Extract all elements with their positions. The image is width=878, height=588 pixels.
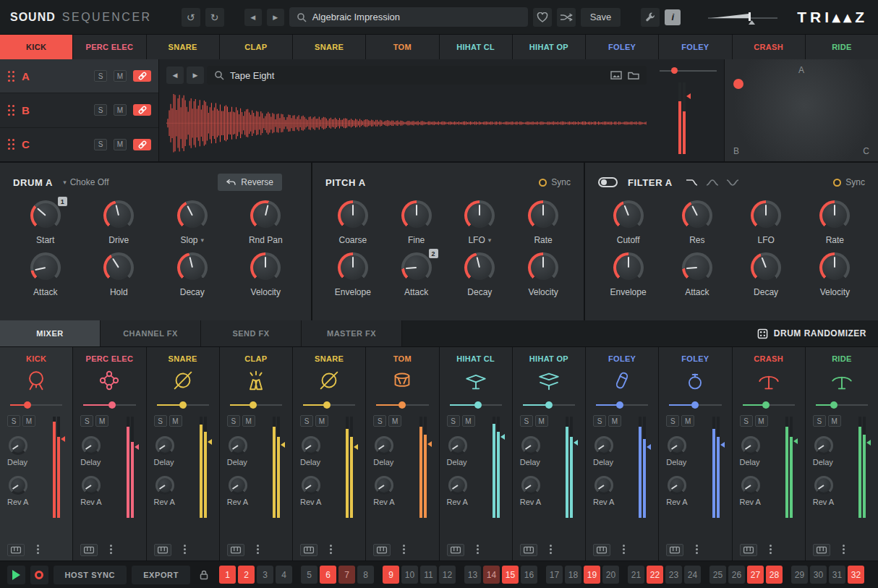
undo-button[interactable]: ↺ — [182, 8, 200, 27]
next-sample-button[interactable]: ▶ — [187, 67, 204, 84]
step-cell[interactable]: 21 — [628, 566, 644, 584]
step-cell[interactable]: 15 — [502, 566, 519, 584]
delay-send-knob[interactable]: Delay — [80, 436, 118, 466]
knob-dial[interactable] — [338, 200, 368, 231]
pad-tab[interactable]: SNARE — [293, 35, 365, 59]
kebab-menu-icon[interactable] — [106, 545, 115, 555]
solo-button[interactable]: S — [740, 415, 753, 427]
slider-handle[interactable] — [616, 401, 623, 409]
slider-handle[interactable] — [398, 401, 406, 409]
solo-button[interactable]: S — [7, 415, 20, 427]
kebab-menu-icon[interactable] — [766, 545, 775, 555]
knob-dial[interactable] — [375, 436, 393, 455]
delay-send-knob[interactable]: Delay — [593, 436, 631, 466]
knob-dial[interactable] — [751, 252, 781, 283]
knob[interactable]: Envelope — [600, 252, 657, 297]
mute-button[interactable]: M — [95, 415, 108, 427]
pad-tab[interactable]: CLAP — [220, 35, 292, 59]
mute-button[interactable]: M — [388, 415, 401, 427]
step-cell[interactable]: 3 — [257, 566, 273, 584]
knob-dial[interactable] — [338, 252, 368, 283]
kebab-menu-icon[interactable] — [180, 545, 189, 555]
knob-dial[interactable] — [528, 252, 558, 283]
delay-send-knob[interactable]: Delay — [740, 436, 777, 466]
delay-send-knob[interactable]: Delay — [447, 436, 485, 466]
channel-volume-slider[interactable] — [157, 401, 209, 409]
sample-preview-icon[interactable] — [610, 71, 622, 80]
knob-dial[interactable] — [464, 200, 495, 231]
step-cell[interactable]: 20 — [602, 566, 619, 584]
solo-button[interactable]: S — [94, 70, 107, 82]
knob-dial[interactable] — [177, 252, 208, 283]
pad-tab[interactable]: PERC ELEC — [73, 35, 145, 59]
link-button[interactable] — [133, 104, 151, 116]
drum-randomizer-button[interactable]: DRUM RANDOMIZER — [757, 320, 878, 346]
knob-dial[interactable] — [250, 252, 281, 283]
reverb-send-knob[interactable]: Rev A — [7, 476, 45, 506]
waveform-display[interactable] — [166, 88, 647, 158]
knob-dial[interactable] — [229, 436, 247, 455]
step-cell[interactable]: 12 — [439, 566, 456, 584]
step-cell[interactable]: 24 — [684, 566, 701, 584]
knob[interactable]: Fine — [388, 200, 445, 245]
step-cell[interactable]: 6 — [320, 566, 336, 584]
knob-dial[interactable] — [521, 476, 540, 495]
xy-pad[interactable]: A B C — [725, 59, 878, 161]
channel-volume-slider[interactable] — [596, 401, 648, 409]
knob-dial[interactable] — [177, 200, 208, 231]
step-cell[interactable]: 25 — [709, 566, 726, 584]
knob[interactable]: Rnd Pan — [237, 200, 294, 245]
channel-volume-slider[interactable] — [743, 401, 795, 409]
solo-button[interactable]: S — [300, 415, 313, 427]
step-cell[interactable]: 14 — [483, 566, 500, 584]
solo-button[interactable]: S — [94, 104, 107, 116]
save-button[interactable]: Save — [581, 8, 621, 27]
knob-dial[interactable] — [521, 436, 540, 455]
knob-dial[interactable] — [82, 436, 101, 455]
slider-handle[interactable] — [671, 67, 678, 74]
knob[interactable]: LFO — [738, 200, 794, 245]
mute-button[interactable]: M — [315, 415, 328, 427]
solo-button[interactable]: S — [94, 139, 107, 150]
knob-dial[interactable] — [613, 252, 644, 283]
knob-dial[interactable] — [668, 476, 686, 495]
preset-search-input[interactable]: Algebraic Impression — [289, 7, 528, 27]
step-cell[interactable]: 30 — [810, 566, 827, 584]
channel-volume-slider[interactable] — [230, 401, 282, 409]
slider-handle[interactable] — [762, 401, 770, 409]
slider-handle[interactable] — [24, 401, 31, 409]
pad-tab[interactable]: HIHAT OP — [513, 35, 585, 59]
knob[interactable]: Velocity — [806, 252, 863, 297]
reverb-send-knob[interactable]: Rev A — [593, 476, 631, 506]
pad-tab[interactable]: FOLEY — [659, 35, 731, 59]
solo-button[interactable]: S — [154, 415, 167, 427]
delay-send-knob[interactable]: Delay — [813, 436, 851, 466]
knob[interactable]: Drive — [90, 200, 147, 245]
knob-dial[interactable] — [155, 476, 174, 495]
keyboard-icon[interactable] — [300, 544, 317, 556]
step-cell[interactable]: 22 — [647, 566, 663, 584]
kebab-menu-icon[interactable] — [692, 545, 701, 555]
slider-handle[interactable] — [691, 401, 699, 409]
kebab-menu-icon[interactable] — [33, 545, 42, 555]
step-cell[interactable]: 1 — [219, 566, 236, 584]
knob-dial[interactable] — [751, 200, 781, 231]
prev-preset-button[interactable]: ◀ — [244, 9, 262, 26]
knob-dial[interactable] — [302, 476, 320, 495]
next-preset-button[interactable]: ▶ — [267, 9, 284, 26]
delay-send-knob[interactable]: Delay — [154, 436, 192, 466]
notch-icon[interactable] — [726, 178, 739, 187]
export-button[interactable]: EXPORT — [132, 566, 190, 584]
keyboard-icon[interactable] — [447, 544, 464, 556]
kebab-menu-icon[interactable] — [399, 545, 408, 555]
step-cell[interactable]: 18 — [565, 566, 581, 584]
layer-row[interactable]: A S M — [0, 59, 158, 93]
knob[interactable]: Envelope — [325, 252, 381, 297]
step-cell[interactable]: 26 — [728, 566, 745, 584]
knob-dial[interactable] — [30, 200, 61, 231]
step-cell[interactable]: 4 — [276, 566, 292, 584]
step-cell[interactable]: 28 — [766, 566, 783, 584]
sample-search-input[interactable]: Tape Eight — [207, 66, 647, 85]
knob-dial[interactable] — [9, 476, 27, 495]
pad-tab[interactable]: KICK — [0, 35, 72, 59]
